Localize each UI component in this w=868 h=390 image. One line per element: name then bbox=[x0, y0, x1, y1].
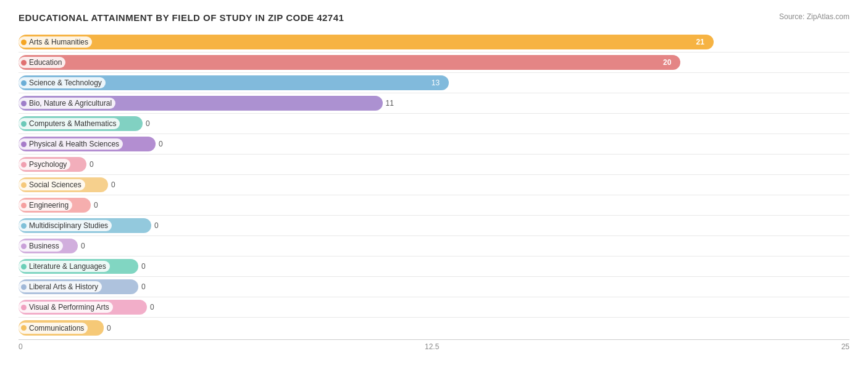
bar-value: 21 bbox=[696, 38, 704, 46]
bar-label-container: Visual & Performing Arts bbox=[19, 297, 113, 317]
bar-value: 0 bbox=[150, 303, 154, 312]
bar-row: Multidisciplinary Studies0 bbox=[19, 216, 849, 236]
bars-area: Arts & Humanities21Education20Science & … bbox=[19, 32, 849, 338]
bar-dot bbox=[21, 60, 27, 66]
bar-dot bbox=[21, 264, 27, 269]
bar-dot bbox=[21, 244, 27, 249]
bar-value: 0 bbox=[154, 221, 159, 230]
bar-row: Liberal Arts & History0 bbox=[19, 277, 849, 297]
bar-label: Visual & Performing Arts bbox=[19, 302, 113, 313]
x-axis-max: 25 bbox=[841, 342, 849, 351]
bar-label-text: Literature & Languages bbox=[29, 262, 106, 271]
bar-label-text: Communications bbox=[29, 324, 84, 333]
bar-label-text: Education bbox=[29, 58, 62, 67]
bar-label-text: Visual & Performing Arts bbox=[29, 303, 109, 312]
bar-value: 0 bbox=[90, 160, 94, 169]
bar-label-text: Physical & Health Sciences bbox=[29, 140, 119, 148]
bar-dot bbox=[21, 40, 27, 45]
bar-label-container: Arts & Humanities bbox=[19, 32, 92, 52]
bar-label-container: Science & Technology bbox=[19, 73, 106, 93]
bar-row: Bio, Nature & Agricultural11 bbox=[19, 93, 849, 114]
bar-value: 0 bbox=[141, 262, 146, 271]
bar-label-container: Education bbox=[19, 53, 65, 72]
x-axis-mid: 12.5 bbox=[425, 342, 439, 351]
bar-label-container: Bio, Nature & Agricultural bbox=[19, 93, 115, 113]
bar-label: Literature & Languages bbox=[19, 261, 110, 272]
bar-label-text: Arts & Humanities bbox=[29, 38, 88, 46]
bar-label: Education bbox=[19, 57, 65, 68]
bar-row: Visual & Performing Arts0 bbox=[19, 297, 849, 318]
bar bbox=[19, 55, 680, 70]
chart-container: Arts & Humanities21Education20Science & … bbox=[19, 32, 849, 351]
bar-label-container: Psychology bbox=[19, 155, 70, 174]
bar-label-text: Multidisciplinary Studies bbox=[29, 221, 108, 230]
bar-label-container: Communications bbox=[19, 318, 88, 338]
bar-value: 0 bbox=[94, 201, 98, 210]
bar-label: Bio, Nature & Agricultural bbox=[19, 98, 115, 109]
bar-value: 0 bbox=[107, 324, 111, 333]
bar-row: Computers & Mathematics0 bbox=[19, 114, 849, 134]
bar-label-text: Science & Technology bbox=[29, 78, 102, 87]
bar-value: 0 bbox=[111, 180, 115, 189]
bar-dot bbox=[21, 203, 27, 208]
bar-row: Literature & Languages0 bbox=[19, 256, 849, 277]
bar-value: 11 bbox=[386, 99, 394, 108]
bar-label-container: Social Sciences bbox=[19, 175, 85, 195]
bar-label: Communications bbox=[19, 323, 88, 334]
bar-label: Physical & Health Sciences bbox=[19, 138, 123, 150]
x-axis-min: 0 bbox=[19, 342, 23, 351]
bar-label: Liberal Arts & History bbox=[19, 281, 102, 292]
bar-label: Engineering bbox=[19, 200, 72, 211]
bar-row: Business0 bbox=[19, 236, 849, 256]
bar-row: Communications0 bbox=[19, 318, 849, 338]
bar-label-text: Social Sciences bbox=[29, 180, 81, 189]
chart-title: EDUCATIONAL ATTAINMENT BY FIELD OF STUDY… bbox=[19, 12, 344, 23]
bar-label-container: Multidisciplinary Studies bbox=[19, 216, 112, 235]
bar-value: 0 bbox=[141, 282, 146, 291]
bar-label: Social Sciences bbox=[19, 179, 85, 190]
bar-dot bbox=[21, 223, 27, 229]
bar-dot bbox=[21, 162, 27, 167]
bar-row: Physical & Health Sciences0 bbox=[19, 134, 849, 155]
bar-label-container: Liberal Arts & History bbox=[19, 277, 102, 297]
bar-label-container: Engineering bbox=[19, 195, 72, 215]
bar-row: Education20 bbox=[19, 53, 849, 73]
bar-row: Psychology0 bbox=[19, 155, 849, 175]
bar-value: 20 bbox=[663, 58, 671, 67]
bar-label-text: Liberal Arts & History bbox=[29, 282, 98, 291]
bar-row: Arts & Humanities21 bbox=[19, 32, 849, 53]
page-container: EDUCATIONAL ATTAINMENT BY FIELD OF STUDY… bbox=[19, 12, 849, 351]
bar-dot bbox=[21, 121, 27, 127]
bar-dot bbox=[21, 182, 27, 188]
bar-value: 13 bbox=[432, 78, 440, 87]
bar-label-text: Bio, Nature & Agricultural bbox=[29, 99, 112, 108]
bar-dot bbox=[21, 142, 27, 147]
bar-row: Social Sciences0 bbox=[19, 175, 849, 195]
source-label: Source: ZipAtlas.com bbox=[779, 12, 849, 21]
bar-label: Arts & Humanities bbox=[19, 36, 92, 48]
bar-label-container: Literature & Languages bbox=[19, 256, 110, 276]
bar-label: Psychology bbox=[19, 159, 70, 170]
bar-label-text: Computers & Mathematics bbox=[29, 119, 116, 128]
bar-value: 0 bbox=[146, 119, 150, 128]
bar-label-text: Engineering bbox=[29, 201, 69, 210]
bar-label-text: Psychology bbox=[29, 160, 67, 169]
bar-label: Multidisciplinary Studies bbox=[19, 220, 112, 231]
bar-row: Science & Technology13 bbox=[19, 73, 849, 93]
bar-dot bbox=[21, 80, 27, 86]
bar-value: 0 bbox=[159, 140, 163, 148]
bar-dot bbox=[21, 284, 27, 290]
bar-label: Business bbox=[19, 240, 63, 252]
bar-label: Science & Technology bbox=[19, 77, 106, 88]
bar bbox=[19, 35, 714, 49]
bar-label-text: Business bbox=[29, 242, 59, 250]
bar-value: 0 bbox=[81, 242, 85, 250]
bar-label: Computers & Mathematics bbox=[19, 118, 120, 129]
bar-dot bbox=[21, 101, 27, 106]
bar-label-container: Computers & Mathematics bbox=[19, 114, 120, 134]
bar-dot bbox=[21, 325, 27, 331]
bar-row: Engineering0 bbox=[19, 195, 849, 216]
x-axis: 0 12.5 25 bbox=[19, 339, 849, 351]
bar-label-container: Physical & Health Sciences bbox=[19, 134, 123, 154]
bar-label-container: Business bbox=[19, 236, 63, 256]
